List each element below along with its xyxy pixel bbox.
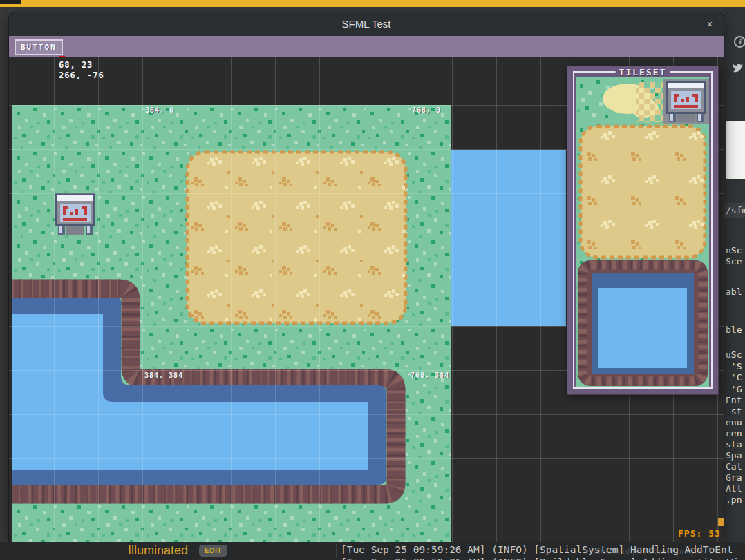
info-icon[interactable]: i bbox=[734, 36, 745, 48]
cursor-coordinates: 68, 23266, -76 bbox=[59, 60, 104, 81]
sfml-window: SFML Test × BUTTON bbox=[9, 12, 724, 542]
terminal-text-fragment: 'G bbox=[726, 384, 742, 394]
orange-marker bbox=[718, 518, 724, 526]
status-bar: evolution of plants and people. The Illu… bbox=[0, 542, 745, 560]
terminal-text-fragment: st bbox=[726, 406, 742, 416]
fps-counter: FPS: 53 bbox=[678, 528, 721, 539]
terminal-text-fragment: Atl bbox=[726, 483, 742, 494]
log-divider bbox=[336, 544, 337, 558]
twitter-icon[interactable] bbox=[733, 64, 744, 73]
terminal-text-fragment: sta bbox=[726, 439, 742, 450]
terminal-text-fragment: 'C bbox=[726, 372, 742, 383]
edit-badge[interactable]: EDIT bbox=[199, 545, 227, 557]
tileset-graphics bbox=[567, 66, 719, 395]
terminal-text-fragment: cen bbox=[726, 428, 742, 438]
terminal-text-fragment: 'S bbox=[726, 361, 742, 371]
chunk-label: 768, 384 bbox=[411, 371, 449, 379]
terminal-text-fragment: ble bbox=[726, 325, 742, 335]
terminal-text-fragment: Ent bbox=[726, 395, 742, 405]
browser-path-fragment: /sfm bbox=[724, 203, 745, 218]
terminal-text-fragment: abl bbox=[726, 287, 742, 297]
log-line-1: [Tue Sep 25 09:59:26 AM] (INFO) [Spatial… bbox=[341, 544, 733, 555]
theme-mode-label: Illuminated bbox=[128, 543, 188, 558]
top-bar-notch bbox=[0, 0, 21, 4]
terminal-text-fragment: nSc bbox=[726, 245, 742, 255]
terminal-text-fragment: uSc bbox=[726, 349, 742, 360]
close-button[interactable]: × bbox=[703, 17, 717, 31]
terminal-text-fragment: .pn bbox=[726, 494, 742, 505]
terminal-text-fragment: Cal bbox=[726, 461, 742, 472]
terminal-text-fragment: Sce bbox=[726, 256, 742, 267]
cursor-coords-line1: 68, 23 bbox=[59, 60, 93, 70]
chunk-label: 384, 0 bbox=[145, 106, 174, 114]
chunk-label: 384, 384 bbox=[144, 371, 183, 379]
log-line-2: [Tue Sep 25 09:59:26 AM] (INFO) [Buildab… bbox=[341, 557, 739, 560]
terminal-text-fragment: Spa bbox=[726, 450, 742, 461]
tileset-panel-title: TILESET bbox=[616, 67, 670, 77]
screen: i /sfm nScSceablbleuSc 'S 'C 'GEnt stenu… bbox=[0, 0, 745, 560]
desktop-top-bar bbox=[0, 0, 745, 7]
tileset-sign-sprite bbox=[666, 81, 706, 122]
terminal-text-fragment: Gra bbox=[726, 472, 742, 483]
tileset-panel[interactable]: TILESET bbox=[567, 66, 719, 395]
window-titlebar[interactable]: SFML Test × bbox=[9, 12, 724, 36]
scrollbar-thumb[interactable] bbox=[726, 121, 745, 179]
chunk-label: 768, 0 bbox=[412, 106, 441, 114]
background-app-strip: i /sfm nScSceablbleuSc 'S 'C 'GEnt stenu… bbox=[724, 7, 745, 542]
terminal-text-fragment: enu bbox=[726, 417, 742, 427]
window-title: SFML Test bbox=[9, 18, 724, 30]
button-widget[interactable]: BUTTON bbox=[15, 39, 63, 55]
toolbar: BUTTON bbox=[9, 36, 724, 57]
cursor-coords-line2: 266, -76 bbox=[59, 70, 104, 80]
